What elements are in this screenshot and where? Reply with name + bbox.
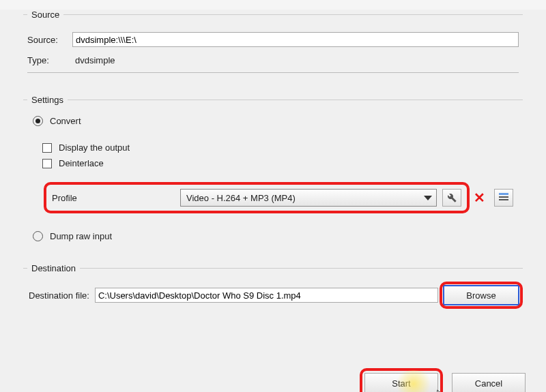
dialog-button-row: Start Cancel xyxy=(364,373,526,392)
new-profile-button[interactable] xyxy=(494,189,513,207)
browse-button-label: Browse xyxy=(466,290,495,301)
destination-group: Destination Destination file: Browse xyxy=(23,263,523,317)
cancel-button[interactable]: Cancel xyxy=(452,373,526,392)
destination-legend: Destination xyxy=(27,263,80,273)
dump-raw-radio[interactable] xyxy=(33,231,43,241)
cursor-icon xyxy=(437,389,448,392)
start-button[interactable]: Start xyxy=(364,373,438,392)
dump-raw-row[interactable]: Dump raw input xyxy=(33,231,519,241)
destination-file-input[interactable] xyxy=(95,288,438,303)
deinterlace-row[interactable]: Deinterlace xyxy=(42,158,519,168)
source-legend: Source xyxy=(27,10,63,20)
convert-radio[interactable] xyxy=(33,116,43,126)
type-label: Type: xyxy=(27,55,72,65)
type-value: dvdsimple xyxy=(72,54,519,67)
deinterlace-label: Deinterlace xyxy=(59,158,104,168)
deinterlace-checkbox[interactable] xyxy=(42,159,52,168)
source-input[interactable] xyxy=(72,32,519,47)
browse-button[interactable]: Browse xyxy=(444,286,519,305)
display-output-row[interactable]: Display the output xyxy=(42,142,519,153)
settings-legend: Settings xyxy=(27,95,68,105)
convert-radio-row[interactable]: Convert xyxy=(33,116,519,126)
new-profile-icon xyxy=(499,193,508,202)
convert-radio-label: Convert xyxy=(50,116,81,126)
destination-file-label: Destination file: xyxy=(29,290,89,301)
chevron-down-icon xyxy=(424,196,432,200)
settings-group: Settings Convert Display the output Dein… xyxy=(23,95,523,254)
dump-raw-label: Dump raw input xyxy=(50,231,112,241)
divider xyxy=(27,72,519,73)
close-icon: ✕ xyxy=(474,191,485,205)
profile-label: Profile xyxy=(52,193,175,203)
delete-profile-button[interactable]: ✕ xyxy=(471,190,487,206)
cancel-button-label: Cancel xyxy=(475,378,502,389)
display-output-label: Display the output xyxy=(59,142,130,153)
source-label: Source: xyxy=(27,35,72,45)
display-output-checkbox[interactable] xyxy=(42,143,52,153)
wrench-icon xyxy=(446,192,457,203)
profile-value: Video - H.264 + MP3 (MP4) xyxy=(186,193,296,203)
source-group: Source Source: Type: dvdsimple xyxy=(23,10,523,85)
convert-dialog: Source Source: Type: dvdsimple Settings … xyxy=(0,10,546,392)
edit-profile-button[interactable] xyxy=(442,189,461,207)
profile-dropdown[interactable]: Video - H.264 + MP3 (MP4) xyxy=(180,189,437,207)
profile-row: Profile Video - H.264 + MP3 (MP4) ✕ xyxy=(42,182,519,213)
start-button-label: Start xyxy=(392,378,410,389)
